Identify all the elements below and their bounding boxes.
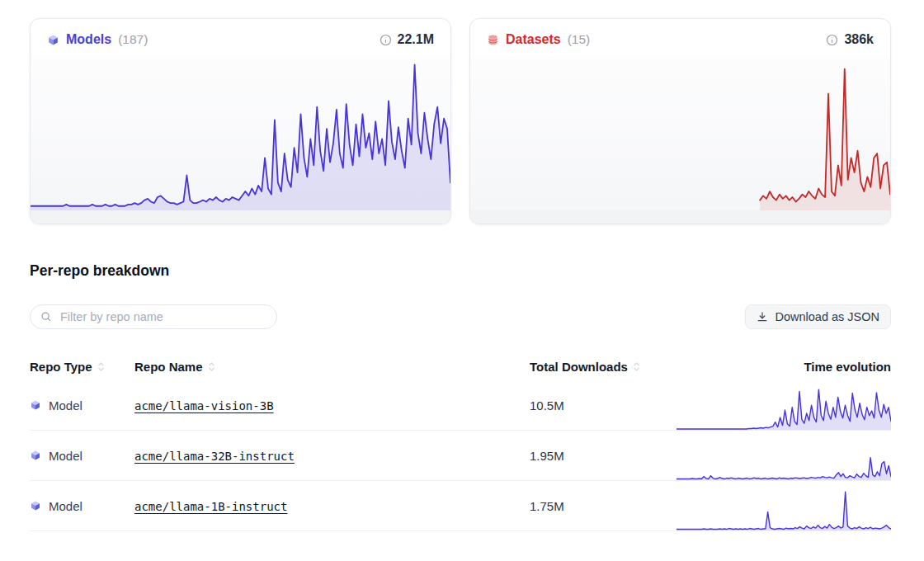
datasets-total-value: 386k bbox=[844, 32, 874, 47]
repo-link[interactable]: acme/llama-32B-instruct bbox=[134, 450, 295, 463]
model-cube-icon bbox=[30, 450, 41, 461]
sort-icon bbox=[97, 361, 105, 372]
models-card-header: Models (187) 22.1M bbox=[31, 19, 450, 55]
table-row: Model acme/llama-vision-3B 10.5M bbox=[30, 380, 891, 431]
repo-name-cell: acme/llama-vision-3B bbox=[134, 398, 530, 412]
sort-icon bbox=[208, 361, 215, 372]
models-downloads-chart[interactable] bbox=[31, 55, 450, 210]
time-evolution-sparkline[interactable] bbox=[676, 431, 891, 480]
datasets-label: Datasets bbox=[506, 32, 561, 47]
model-cube-icon bbox=[47, 34, 59, 46]
download-json-button[interactable]: Download as JSON bbox=[745, 304, 891, 329]
table-header-row: Repo Type Repo Name Total Downloads Time… bbox=[30, 352, 891, 380]
datasets-downloads-chart[interactable] bbox=[470, 55, 890, 210]
datasets-card-title: Datasets (15) bbox=[487, 32, 590, 47]
col-label: Time evolution bbox=[804, 360, 891, 374]
col-header-time-evolution: Time evolution bbox=[676, 360, 891, 374]
repo-name-cell: acme/llama-1B-instruct bbox=[134, 499, 530, 513]
datasets-chart-axis-strip bbox=[470, 210, 890, 224]
table-row: Model acme/llama-1B-instruct 1.75M bbox=[30, 481, 891, 531]
info-icon[interactable] bbox=[826, 34, 838, 46]
model-cube-icon bbox=[30, 500, 41, 512]
repo-filter[interactable] bbox=[30, 304, 277, 329]
total-downloads-cell: 1.75M bbox=[530, 499, 676, 513]
download-icon bbox=[757, 311, 768, 323]
repo-type-cell: Model bbox=[30, 398, 134, 412]
repo-type-label: Model bbox=[49, 398, 82, 412]
total-downloads-cell: 1.95M bbox=[530, 449, 676, 463]
time-evolution-sparkline[interactable] bbox=[676, 481, 891, 530]
col-header-total-downloads[interactable]: Total Downloads bbox=[530, 360, 676, 374]
repo-type-cell: Model bbox=[30, 499, 134, 513]
table-row: Model acme/llama-32B-instruct 1.95M bbox=[30, 431, 891, 481]
per-repo-table: Repo Type Repo Name Total Downloads Time… bbox=[30, 352, 891, 531]
model-cube-icon bbox=[30, 399, 41, 411]
repo-filter-input[interactable] bbox=[59, 309, 266, 324]
models-card-title: Models (187) bbox=[47, 32, 148, 47]
repo-type-label: Model bbox=[49, 499, 82, 513]
download-json-label: Download as JSON bbox=[775, 310, 879, 323]
col-label: Repo Name bbox=[134, 360, 203, 374]
info-icon[interactable] bbox=[380, 34, 392, 46]
models-chart-axis-strip bbox=[31, 210, 450, 224]
models-label: Models bbox=[66, 32, 111, 47]
sort-icon bbox=[633, 361, 640, 372]
time-evolution-sparkline[interactable] bbox=[676, 380, 891, 430]
downloads-dashboard: Models (187) 22.1M bbox=[0, 0, 924, 531]
breakdown-toolbar: Download as JSON bbox=[30, 304, 891, 329]
summary-cards: Models (187) 22.1M bbox=[30, 18, 891, 224]
repo-link[interactable]: acme/llama-vision-3B bbox=[134, 399, 274, 412]
datasets-total: 386k bbox=[826, 32, 874, 47]
repo-link[interactable]: acme/llama-1B-instruct bbox=[134, 500, 287, 513]
models-card: Models (187) 22.1M bbox=[30, 18, 451, 224]
repo-name-cell: acme/llama-32B-instruct bbox=[134, 449, 530, 463]
datasets-card: Datasets (15) 386k bbox=[469, 18, 891, 224]
search-icon bbox=[40, 311, 52, 323]
per-repo-breakdown-title: Per-repo breakdown bbox=[30, 262, 891, 280]
models-total-value: 22.1M bbox=[398, 32, 434, 47]
col-header-repo-name[interactable]: Repo Name bbox=[134, 360, 530, 374]
col-label: Total Downloads bbox=[530, 360, 628, 374]
col-label: Repo Type bbox=[30, 360, 92, 374]
col-header-repo-type[interactable]: Repo Type bbox=[30, 360, 134, 374]
dataset-database-icon bbox=[487, 34, 499, 46]
datasets-count: (15) bbox=[568, 32, 591, 47]
repo-type-cell: Model bbox=[30, 449, 134, 463]
datasets-card-header: Datasets (15) 386k bbox=[470, 19, 890, 55]
models-total: 22.1M bbox=[380, 32, 434, 47]
models-count: (187) bbox=[118, 32, 148, 47]
repo-type-label: Model bbox=[49, 449, 82, 463]
total-downloads-cell: 10.5M bbox=[530, 398, 676, 412]
